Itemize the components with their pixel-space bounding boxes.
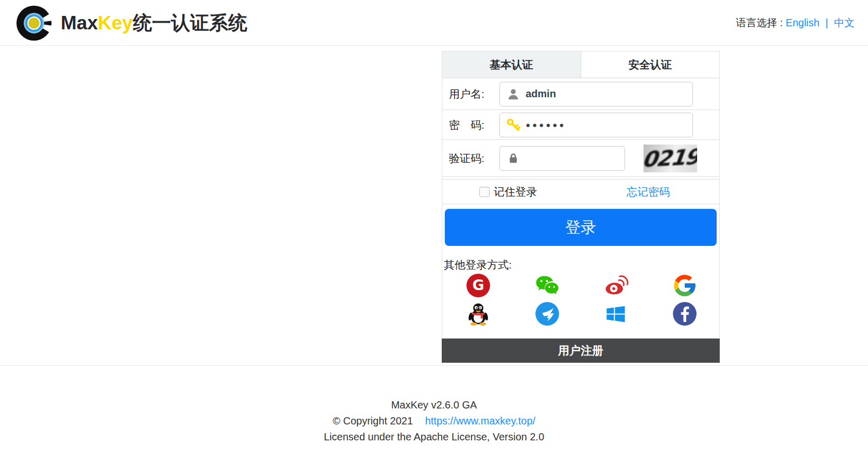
captcha-image[interactable]: 0219 <box>644 145 697 172</box>
header: MaxKey统一认证系统 语言选择 : English | 中文 <box>0 0 868 46</box>
captcha-digits: 0219 <box>644 145 697 172</box>
copyright-text: © Copyright 2021 <box>333 415 413 426</box>
svg-text:G: G <box>472 277 484 294</box>
footer: MaxKey v2.6.0 GA © Copyright 2021 https:… <box>0 397 868 445</box>
microsoft-login-button[interactable] <box>582 299 651 328</box>
remember-checkbox[interactable] <box>479 187 490 197</box>
facebook-icon <box>672 301 698 327</box>
weibo-icon <box>602 272 629 299</box>
tab-basic-auth[interactable]: 基本认证 <box>442 51 581 78</box>
dingtalk-icon <box>534 301 560 327</box>
version-text: MaxKey v2.6.0 GA <box>0 397 868 413</box>
qq-login-button[interactable] <box>444 299 513 328</box>
password-label: 密 码: <box>442 118 499 132</box>
language-separator: | <box>822 17 831 28</box>
facebook-login-button[interactable] <box>650 299 719 328</box>
dingtalk-login-button[interactable] <box>513 299 582 328</box>
forgot-password-link[interactable]: 忘记密码 <box>627 185 670 199</box>
password-row: 密 码: <box>442 110 719 140</box>
password-input[interactable] <box>526 120 687 129</box>
wechat-icon <box>534 272 561 299</box>
login-button[interactable]: 登录 <box>445 209 717 246</box>
captcha-input[interactable] <box>526 152 619 164</box>
gitee-icon: G <box>465 273 491 298</box>
auth-tabs: 基本认证 安全认证 <box>442 51 719 78</box>
captcha-label: 验证码: <box>442 151 499 166</box>
language-english-link[interactable]: English <box>786 17 820 28</box>
remember-row: 记住登录 忘记密码 <box>442 179 719 204</box>
social-login-providers: G <box>444 271 719 328</box>
key-icon <box>506 118 520 132</box>
other-login-section: 其他登录方式: G <box>442 251 719 328</box>
username-label: 用户名: <box>442 87 499 101</box>
remember-label: 记住登录 <box>494 185 537 199</box>
captcha-row: 验证码: 0219 <box>442 140 719 177</box>
login-panel: 基本认证 安全认证 用户名: 密 码: 验证码: <box>442 51 720 363</box>
username-row: 用户名: <box>442 78 719 110</box>
username-field[interactable] <box>499 82 693 106</box>
wechat-login-button[interactable] <box>513 271 582 299</box>
footer-divider <box>0 365 868 366</box>
language-chinese-link[interactable]: 中文 <box>834 17 855 28</box>
maxkey-website-link[interactable]: https://www.maxkey.top/ <box>425 415 535 426</box>
qq-icon <box>465 301 491 327</box>
register-link[interactable]: 用户注册 <box>442 339 720 363</box>
password-field[interactable] <box>499 113 693 137</box>
copyright-line: © Copyright 2021 https://www.maxkey.top/ <box>0 413 868 429</box>
gitee-login-button[interactable]: G <box>444 271 513 299</box>
login-button-area: 登录 <box>442 204 719 251</box>
language-label: 语言选择 : <box>736 17 783 28</box>
username-input[interactable] <box>526 88 687 100</box>
microsoft-icon <box>603 301 629 327</box>
weibo-login-button[interactable] <box>582 271 651 299</box>
captcha-field[interactable] <box>499 146 625 171</box>
google-login-button[interactable] <box>650 271 719 299</box>
other-methods-label: 其他登录方式: <box>444 258 719 271</box>
user-icon <box>506 87 520 101</box>
lock-icon <box>506 152 520 165</box>
language-selector: 语言选择 : English | 中文 <box>736 0 855 46</box>
google-icon <box>672 273 698 298</box>
license-text: Licensed under the Apache License, Versi… <box>0 429 868 445</box>
page-title: MaxKey统一认证系统 <box>61 0 247 46</box>
tab-secure-auth[interactable]: 安全认证 <box>581 51 720 78</box>
maxkey-logo-icon <box>14 4 54 43</box>
